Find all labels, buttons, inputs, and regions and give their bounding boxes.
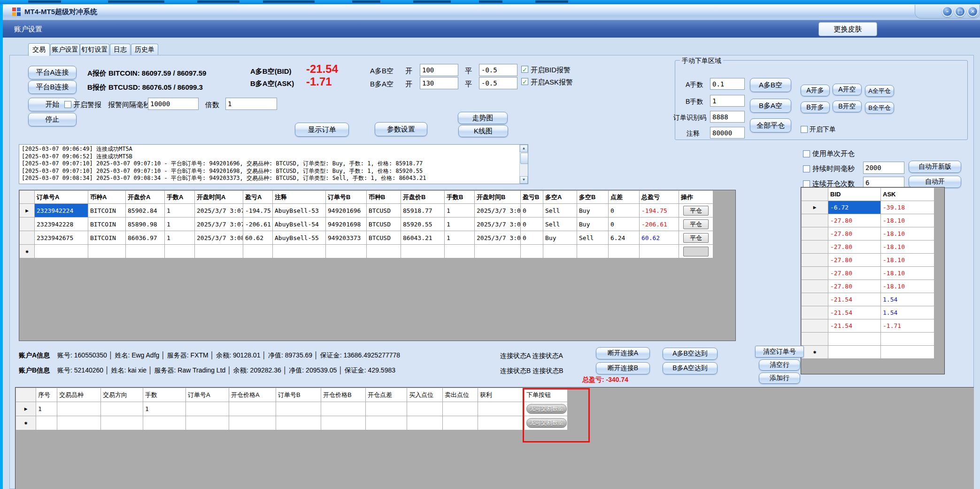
order-cell[interactable]: 60.62: [640, 231, 679, 245]
column-header[interactable]: 序号: [36, 388, 57, 402]
table-row[interactable]: -27.80-18.10: [802, 254, 934, 267]
column-header[interactable]: 订单号A: [186, 388, 229, 402]
column-header[interactable]: 操作: [679, 191, 713, 204]
bid-cell[interactable]: [828, 333, 881, 346]
order-cell[interactable]: BTCUSD: [367, 231, 401, 245]
order-cell[interactable]: 2025/3/7 3:08: [475, 231, 521, 245]
order-cell[interactable]: BTCUSD: [367, 204, 401, 217]
ask-cell[interactable]: -18.10: [881, 280, 934, 293]
table-row[interactable]: ▶-6.72-39.18: [802, 201, 934, 214]
column-header[interactable]: 开盘价A: [126, 191, 165, 204]
ask-cell[interactable]: 1.54: [881, 293, 934, 306]
order-cell[interactable]: 0: [609, 204, 640, 217]
order-cell[interactable]: 2025/3/7 3:07: [475, 217, 521, 231]
auto-open-button[interactable]: 自动开: [909, 176, 961, 188]
row-selector[interactable]: [802, 227, 828, 241]
add-row-button[interactable]: 添加行: [759, 373, 800, 384]
plan-cell[interactable]: [276, 416, 321, 430]
bid-cell[interactable]: -27.80: [828, 227, 881, 241]
a-open-short-button[interactable]: A开空: [833, 84, 862, 95]
title-bar[interactable]: MT4-MT5超级对冲系统 – □ ✕: [3, 4, 980, 20]
new-row-marker[interactable]: ✱: [16, 416, 36, 430]
column-header[interactable]: 下单按钮: [525, 388, 568, 402]
disconnect-a-button[interactable]: 断开连接A: [596, 347, 650, 359]
plan-cell[interactable]: [407, 416, 443, 430]
multiplier-input[interactable]: [225, 98, 277, 110]
order-id-input[interactable]: [710, 111, 745, 123]
table-row[interactable]: -27.80-18.10: [802, 214, 934, 227]
b-reached-button[interactable]: B多A空达到: [663, 362, 718, 374]
table-row[interactable]: 2323942675BITCOIN86036.9712025/3/7 3:086…: [20, 231, 713, 245]
action-cell[interactable]: 平仓: [679, 231, 713, 245]
scroll-up-arrow-icon[interactable]: ▲: [520, 145, 528, 152]
order-cell[interactable]: AbuyBsell-53: [273, 204, 326, 217]
column-header[interactable]: 币种B: [367, 191, 401, 204]
column-header[interactable]: 多空A: [543, 191, 577, 204]
tab-history[interactable]: 历史单: [131, 44, 158, 55]
disconnect-b-button[interactable]: 断开连接B: [596, 362, 650, 374]
trigger-b-open-input[interactable]: [420, 77, 458, 89]
bid-cell[interactable]: -27.80: [828, 214, 881, 227]
row-selector[interactable]: [802, 333, 828, 346]
close-position-button[interactable]: 平仓: [683, 233, 709, 243]
column-header[interactable]: 订单号B: [326, 191, 367, 204]
count-checkbox[interactable]: [803, 180, 810, 187]
order-button-cell[interactable]: 无可交易数据: [525, 402, 568, 416]
bid-cell[interactable]: -21.54: [828, 319, 881, 333]
order-cell[interactable]: [401, 245, 445, 258]
order-cell[interactable]: -206.61: [640, 217, 679, 231]
bid-cell[interactable]: -27.80: [828, 241, 881, 254]
current-row-marker[interactable]: ▶: [20, 204, 35, 217]
row-selector-header[interactable]: [802, 188, 828, 201]
plan-cell[interactable]: [57, 402, 101, 416]
row-selector[interactable]: [802, 241, 828, 254]
minimize-button[interactable]: –: [942, 6, 953, 17]
order-cell[interactable]: [88, 245, 126, 258]
plan-cell[interactable]: [143, 416, 186, 430]
order-cell[interactable]: BITCOIN: [88, 231, 126, 245]
b-close-all-button[interactable]: B全平仓: [865, 102, 894, 114]
b-lots-input[interactable]: [710, 95, 745, 107]
b-open-long-button[interactable]: B开多: [801, 101, 830, 113]
order-cell[interactable]: [195, 245, 243, 258]
orders-table[interactable]: 订单号A币种A开盘价A手数A开盘时间A盈亏A注释订单号B币种B开盘价B手数B开盘…: [19, 190, 736, 341]
order-cell[interactable]: 2323942224: [35, 204, 88, 217]
action-cell[interactable]: [679, 245, 713, 258]
kline-chart-button[interactable]: K线图: [458, 125, 508, 137]
column-header[interactable]: 买入点位: [407, 388, 443, 402]
change-skin-button[interactable]: 更换皮肤: [818, 22, 877, 36]
plan-cell[interactable]: 1: [143, 402, 186, 416]
order-cell[interactable]: [521, 245, 543, 258]
ask-cell[interactable]: -18.10: [881, 214, 934, 227]
order-cell[interactable]: [543, 245, 577, 258]
ask-cell[interactable]: -18.10: [881, 254, 934, 267]
connect-platform-a-button[interactable]: 平台A连接: [28, 66, 77, 79]
a-close-all-button[interactable]: A全平仓: [865, 85, 894, 97]
order-cell[interactable]: -194.75: [640, 204, 679, 217]
log-scrollbar[interactable]: ▲ ▼: [519, 145, 528, 184]
a-lots-input[interactable]: [710, 78, 745, 90]
order-cell[interactable]: 85890.98: [126, 217, 165, 231]
plan-cell[interactable]: [229, 402, 276, 416]
order-cell[interactable]: 2025/3/7 3:07: [195, 204, 243, 217]
plan-cell[interactable]: [443, 416, 478, 430]
auto-open-new-button[interactable]: 自动开新版: [909, 161, 961, 173]
table-row[interactable]: ✱: [802, 346, 934, 359]
ask-cell[interactable]: 1.54: [881, 306, 934, 319]
column-header[interactable]: 盈亏A: [243, 191, 273, 204]
column-header[interactable]: 总盈亏: [640, 191, 679, 204]
close-button[interactable]: ✕: [967, 6, 978, 17]
column-header[interactable]: 币种A: [88, 191, 126, 204]
order-cell[interactable]: 949201698: [326, 217, 367, 231]
order-cell[interactable]: 2025/3/7 3:08: [195, 231, 243, 245]
row-selector[interactable]: [20, 217, 35, 231]
comment-input[interactable]: [710, 127, 745, 139]
column-header[interactable]: 注释: [273, 191, 326, 204]
order-cell[interactable]: [243, 245, 273, 258]
column-header[interactable]: 开盘价B: [401, 191, 445, 204]
plan-cell[interactable]: [229, 416, 276, 430]
order-cell[interactable]: [273, 245, 326, 258]
order-cell[interactable]: [640, 245, 679, 258]
bid-cell[interactable]: -27.80: [828, 267, 881, 280]
plan-cell[interactable]: [276, 402, 321, 416]
